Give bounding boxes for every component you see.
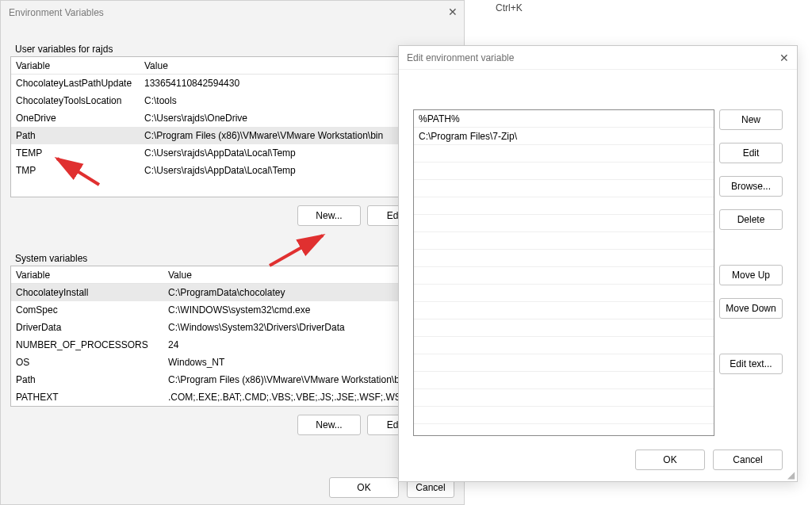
cell-var: ComSpec xyxy=(16,304,168,316)
cell-var: NUMBER_OF_PROCESSORS xyxy=(16,339,168,350)
close-icon[interactable]: ✕ xyxy=(448,6,458,18)
table-row[interactable]: PathC:\Program Files (x86)\VMware\VMware… xyxy=(11,371,454,388)
cell-var: PATHEXT xyxy=(16,392,168,403)
list-item-empty[interactable] xyxy=(414,232,714,250)
move-up-button[interactable]: Move Up xyxy=(719,265,783,285)
table-row[interactable]: DriverDataC:\Windows\System32\Drivers\Dr… xyxy=(11,319,454,336)
system-vars-group: System variables Variable Value Chocolat… xyxy=(10,247,454,443)
cell-var: ChocolateyToolsLocation xyxy=(16,95,144,106)
list-item-empty[interactable] xyxy=(414,285,714,302)
col-variable[interactable]: Variable xyxy=(16,270,168,281)
browse-button[interactable]: Browse... xyxy=(719,176,783,197)
table-row[interactable]: OneDriveC:\Users\rajds\OneDrive xyxy=(11,109,454,127)
table-row[interactable]: TEMPC:\Users\rajds\AppData\Local\Temp xyxy=(11,144,454,162)
table-row[interactable]: ComSpecC:\WINDOWS\system32\cmd.exe xyxy=(11,301,454,319)
env-dialog-titlebar[interactable]: Environment Variables ✕ xyxy=(1,1,464,25)
cell-var: TEMP xyxy=(16,147,144,159)
edit-dialog-body: %PATH% C:\Program Files\7-Zip\ New Edit xyxy=(399,70,797,481)
cell-var: OneDrive xyxy=(16,113,144,124)
list-item-empty[interactable] xyxy=(414,197,714,215)
edit-dialog-footer: OK Cancel xyxy=(635,450,783,470)
env-ok-button[interactable]: OK xyxy=(329,477,399,498)
list-item-empty[interactable] xyxy=(414,180,714,197)
list-header[interactable]: Variable Value xyxy=(11,266,454,284)
table-row[interactable]: OSWindows_NT xyxy=(11,354,454,371)
list-item-empty[interactable] xyxy=(414,407,714,424)
table-row[interactable]: ChocolateyToolsLocationC:\tools xyxy=(11,92,454,109)
system-vars-label: System variables xyxy=(12,253,90,264)
user-vars-group: User variables for rajds Variable Value … xyxy=(10,37,454,234)
user-new-button[interactable]: New... xyxy=(297,205,361,226)
list-item-empty[interactable] xyxy=(414,145,714,163)
cell-var: ChocolateyLastPathUpdate xyxy=(16,78,144,89)
list-item-empty[interactable] xyxy=(414,302,714,319)
list-item-empty[interactable] xyxy=(414,215,714,232)
edit-text-button[interactable]: Edit text... xyxy=(719,354,783,374)
list-item-empty[interactable] xyxy=(414,163,714,180)
list-item-empty[interactable] xyxy=(414,389,714,407)
edit-dialog-titlebar[interactable]: Edit environment variable ✕ xyxy=(399,46,797,70)
table-row[interactable]: NUMBER_OF_PROCESSORS24 xyxy=(11,336,454,354)
cell-var: Path xyxy=(16,374,168,385)
list-item-empty[interactable] xyxy=(414,372,714,389)
system-new-button[interactable]: New... xyxy=(297,415,361,435)
new-button[interactable]: New xyxy=(719,109,783,130)
col-variable[interactable]: Variable xyxy=(16,60,144,71)
edit-button[interactable]: Edit xyxy=(719,143,783,163)
list-item[interactable]: %PATH% xyxy=(414,110,714,128)
table-row[interactable]: ChocolateyLastPathUpdate1336541108425944… xyxy=(11,75,454,92)
path-entries-list[interactable]: %PATH% C:\Program Files\7-Zip\ xyxy=(413,109,714,436)
close-icon[interactable]: ✕ xyxy=(779,52,789,64)
move-down-button[interactable]: Move Down xyxy=(719,298,783,319)
list-item[interactable]: C:\Program Files\7-Zip\ xyxy=(414,128,714,145)
table-row[interactable]: TMPC:\Users\rajds\AppData\Local\Temp xyxy=(11,162,454,179)
list-item-empty[interactable] xyxy=(414,319,714,337)
env-dialog-title: Environment Variables xyxy=(9,7,104,18)
env-variables-dialog: Environment Variables ✕ User variables f… xyxy=(0,0,465,505)
keyboard-hint: Ctrl+K xyxy=(496,2,523,13)
list-item-empty[interactable] xyxy=(414,267,714,285)
table-row-path[interactable]: PathC:\Program Files (x86)\VMware\VMware… xyxy=(11,127,454,144)
edit-cancel-button[interactable]: Cancel xyxy=(713,450,783,470)
cell-var: Path xyxy=(16,130,144,141)
list-item-empty[interactable] xyxy=(414,337,714,354)
user-vars-list[interactable]: Variable Value ChocolateyLastPathUpdate1… xyxy=(10,56,454,197)
user-vars-label: User variables for rajds xyxy=(12,44,116,55)
list-header[interactable]: Variable Value xyxy=(11,57,454,75)
table-row[interactable]: PATHEXT.COM;.EXE;.BAT;.CMD;.VBS;.VBE;.JS… xyxy=(11,388,454,406)
cell-var: DriverData xyxy=(16,322,168,333)
system-vars-list[interactable]: Variable Value ChocolateyInstallC:\Progr… xyxy=(10,266,454,407)
cell-var: OS xyxy=(16,357,168,368)
edit-dialog-title: Edit environment variable xyxy=(407,52,514,63)
edit-right-button-column: New Edit Browse... Delete Move Up Move D… xyxy=(719,109,783,374)
delete-button[interactable]: Delete xyxy=(719,209,783,230)
user-vars-buttons: New... Edit... xyxy=(10,197,454,234)
resize-grip-icon[interactable]: ◢ xyxy=(785,469,795,479)
system-vars-buttons: New... Edit... xyxy=(10,407,454,443)
edit-env-variable-dialog: Edit environment variable ✕ %PATH% C:\Pr… xyxy=(398,45,798,482)
cell-var: TMP xyxy=(16,165,144,176)
cell-var: ChocolateyInstall xyxy=(16,287,168,298)
list-item-empty[interactable] xyxy=(414,354,714,372)
list-item-empty[interactable] xyxy=(414,250,714,267)
table-row[interactable]: ChocolateyInstallC:\ProgramData\chocolat… xyxy=(11,284,454,301)
edit-ok-button[interactable]: OK xyxy=(635,450,705,470)
